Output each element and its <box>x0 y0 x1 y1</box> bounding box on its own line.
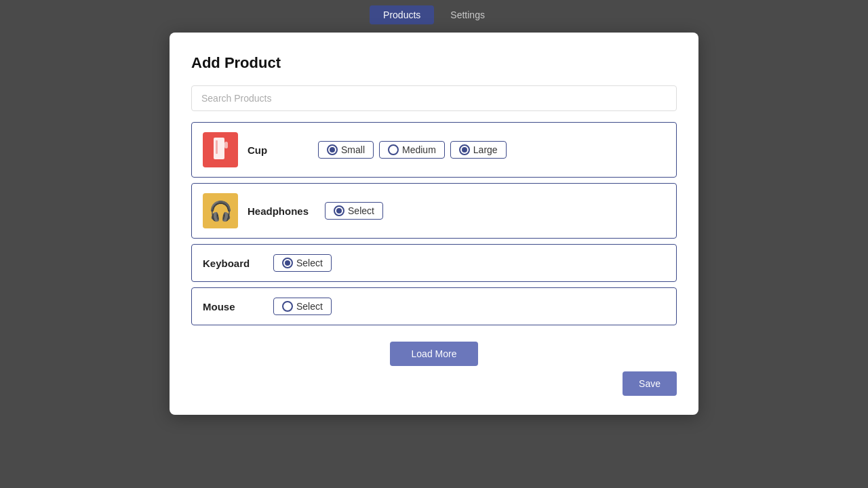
headphones-options: Select <box>325 202 383 220</box>
radio-medium-icon <box>388 144 399 155</box>
headphones-option-label: Select <box>348 205 374 216</box>
headphones-icon: 🎧 <box>209 200 233 222</box>
tab-settings[interactable]: Settings <box>437 5 498 24</box>
product-row-mouse: Mouse Select <box>191 287 677 325</box>
radio-mouse-icon <box>282 301 293 312</box>
cup-option-large[interactable]: Large <box>450 141 507 159</box>
headphones-option-select[interactable]: Select <box>325 202 383 220</box>
product-thumb-cup <box>203 132 238 167</box>
product-list: Cup Small Medium Large 🎧 <box>191 122 677 331</box>
load-more-button[interactable]: Load More <box>390 342 479 366</box>
search-input[interactable] <box>191 85 677 111</box>
product-thumb-headphones: 🎧 <box>203 193 238 228</box>
save-section: Save <box>191 371 677 396</box>
modal-title: Add Product <box>191 54 677 72</box>
top-navigation: Products Settings <box>0 0 868 30</box>
product-row-headphones: 🎧 Headphones Select <box>191 183 677 239</box>
svg-rect-1 <box>224 142 228 148</box>
cup-option-large-label: Large <box>473 144 498 155</box>
svg-rect-0 <box>214 138 224 159</box>
product-name-keyboard: Keyboard <box>203 258 257 269</box>
keyboard-option-label: Select <box>296 258 323 268</box>
radio-small-icon <box>327 144 338 155</box>
add-product-modal: Add Product Cup Small Medium <box>170 33 698 415</box>
cup-option-small-label: Small <box>341 144 365 155</box>
cup-icon <box>210 136 231 163</box>
radio-large-icon <box>459 144 470 155</box>
mouse-options: Select <box>273 298 332 315</box>
radio-keyboard-icon <box>282 258 293 268</box>
product-name-headphones: Headphones <box>248 205 309 217</box>
tab-products[interactable]: Products <box>370 5 434 24</box>
load-more-section: Load More <box>191 342 677 366</box>
cup-option-small[interactable]: Small <box>318 141 374 159</box>
product-name-mouse: Mouse <box>203 301 257 312</box>
mouse-option-select[interactable]: Select <box>273 298 332 315</box>
cup-option-medium-label: Medium <box>402 144 436 155</box>
mouse-option-label: Select <box>296 301 323 312</box>
svg-rect-2 <box>216 140 218 154</box>
product-name-cup: Cup <box>248 144 302 156</box>
save-button[interactable]: Save <box>623 371 677 396</box>
keyboard-option-select[interactable]: Select <box>273 254 332 272</box>
keyboard-options: Select <box>273 254 332 272</box>
cup-option-medium[interactable]: Medium <box>379 141 445 159</box>
cup-options: Small Medium Large <box>318 141 507 159</box>
product-row-cup: Cup Small Medium Large <box>191 122 677 178</box>
product-row-keyboard: Keyboard Select <box>191 244 677 282</box>
radio-headphones-icon <box>334 205 344 216</box>
